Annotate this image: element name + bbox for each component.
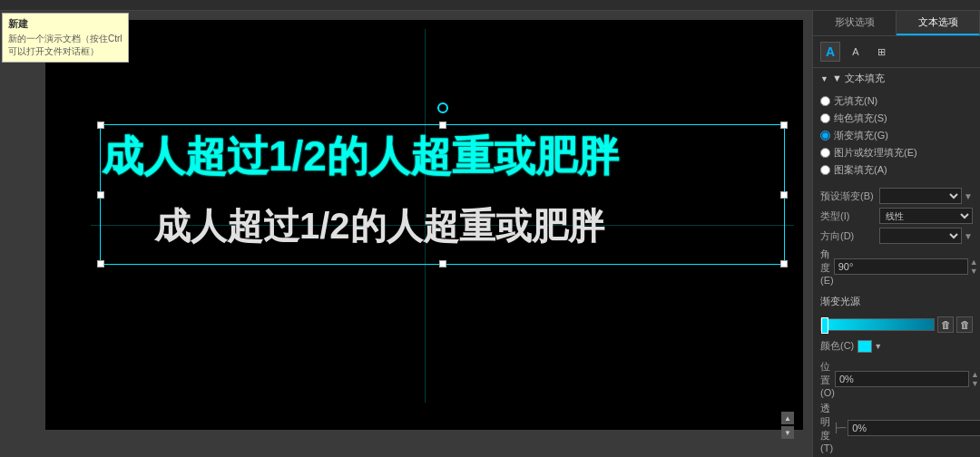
handle-bc[interactable] xyxy=(439,260,446,267)
gradient-fields: 位置(O) ▲ ▼ 透明度(T) ├─ ▲ ▼ 亮度(I) + xyxy=(813,355,980,457)
fill-arrow: ▼ xyxy=(820,74,828,83)
text-icon-frame[interactable]: ⊞ xyxy=(871,42,891,62)
handle-br[interactable] xyxy=(780,260,788,267)
canvas-text-line1: 成人超过1/2的人超重或肥胖 xyxy=(102,129,619,185)
color-row: 颜色(C) ▼ xyxy=(813,337,980,355)
gradient-label: 渐变光源 xyxy=(820,295,860,308)
radio-none: 无填充(N) xyxy=(820,92,973,110)
section-fill-label: ▼ 文本填充 xyxy=(832,72,885,85)
radio-pattern: 图案填充(A) xyxy=(820,161,973,179)
fields-section: 预设渐变(B) ▼ 类型(I) 线性 方向(D) ▼ 角度(E) ▲ xyxy=(813,182,980,291)
gradient-btn-add[interactable]: 🗑 xyxy=(937,316,954,333)
radio-solid: 纯色填充(S) xyxy=(820,110,973,127)
fill-gradient-label: 渐变填充(G) xyxy=(834,129,888,142)
field-type: 类型(I) 线性 xyxy=(820,206,973,226)
tooltip-title: 新建 xyxy=(8,17,122,31)
gradient-section-header: 渐变光源 xyxy=(813,291,980,312)
panel-tab-icons: A A ⊞ xyxy=(813,36,980,68)
gradient-btn-remove[interactable]: 🗑 xyxy=(956,316,973,333)
gradient-bar-wrapper: 🗑 🗑 xyxy=(820,316,973,334)
radio-gradient: 渐变填充(G) xyxy=(820,127,973,144)
scroll-down[interactable]: ▼ xyxy=(781,426,794,439)
preset-arrow: ▼ xyxy=(964,191,973,201)
direction-select[interactable] xyxy=(879,228,962,244)
fill-image-label: 图片或纹理填充(E) xyxy=(834,146,917,160)
panel-tabs: 形状选项 文本选项 xyxy=(813,11,980,36)
pos-down[interactable]: ▼ xyxy=(971,379,979,388)
section-fill-content: 无填充(N) 纯色填充(S) 渐变填充(G) 图片或纹理填充(E) 图案填充(A… xyxy=(813,89,980,182)
handle-tc[interactable] xyxy=(439,122,446,129)
fill-none-label: 无填充(N) xyxy=(834,94,877,108)
scroll-up[interactable]: ▲ xyxy=(781,412,794,424)
text-icon-a2[interactable]: A xyxy=(846,42,866,62)
main-layout: 新建 新的一个演示文档（按住Ctrl可以打开文件对话框） 成人超过1/2的人超 xyxy=(0,11,980,457)
angle-up[interactable]: ▲ xyxy=(970,258,978,267)
text-icon-a1[interactable]: A xyxy=(820,42,840,62)
tooltip-body: 新的一个演示文档（按住Ctrl可以打开文件对话框） xyxy=(8,33,122,58)
color-dropdown-arrow[interactable]: ▼ xyxy=(874,342,882,351)
tooltip-popup: 新建 新的一个演示文档（按住Ctrl可以打开文件对话框） xyxy=(2,13,129,63)
preset-label: 预设渐变(B) xyxy=(820,190,879,203)
scroll-arrows: ▲ ▼ xyxy=(781,412,794,439)
dir-arrow: ▼ xyxy=(964,231,973,241)
canvas-text-line2: 成人超过1/2的人超重或肥胖 xyxy=(154,201,604,251)
rotate-handle[interactable] xyxy=(437,102,448,113)
position-label: 位置(O) xyxy=(820,360,835,398)
angle-down[interactable]: ▼ xyxy=(970,267,978,276)
transparency-label: 透明度(T) xyxy=(820,402,833,453)
angle-input[interactable] xyxy=(834,258,968,275)
preset-select[interactable] xyxy=(879,188,962,204)
field-position: 位置(O) ▲ ▼ xyxy=(820,358,973,400)
section-fill-header[interactable]: ▼ ▼ 文本填充 xyxy=(813,68,980,89)
transparency-input[interactable] xyxy=(848,420,980,436)
tab-shape[interactable]: 形状选项 xyxy=(813,11,897,35)
handle-ml[interactable] xyxy=(97,191,104,199)
type-select[interactable]: 线性 xyxy=(879,208,973,224)
tab-text[interactable]: 文本选项 xyxy=(897,11,980,35)
type-label: 类型(I) xyxy=(820,209,879,223)
color-label: 颜色(C) xyxy=(820,339,854,353)
fill-pattern-label: 图案填充(A) xyxy=(834,163,887,177)
gradient-stop-left[interactable] xyxy=(821,317,828,334)
field-angle: 角度(E) ▲ ▼ xyxy=(820,246,973,287)
canvas-black: 成人超过1/2的人超重或肥胖 成人超过1/2的人超重或肥胖 xyxy=(45,20,803,430)
handle-tl[interactable] xyxy=(97,122,104,129)
color-swatch[interactable] xyxy=(858,340,872,353)
field-preset: 预设渐变(B) ▼ xyxy=(820,186,973,206)
angle-label: 角度(E) xyxy=(820,248,834,286)
direction-label: 方向(D) xyxy=(820,229,879,243)
handle-mr[interactable] xyxy=(780,191,788,199)
handle-bl[interactable] xyxy=(97,260,104,267)
fill-solid-label: 纯色填充(S) xyxy=(834,112,887,125)
field-transparency: 透明度(T) ├─ ▲ ▼ xyxy=(820,400,973,455)
gradient-bar[interactable] xyxy=(820,318,935,331)
radio-image: 图片或纹理填充(E) xyxy=(820,144,973,161)
handle-tr[interactable] xyxy=(780,122,788,129)
right-panel: 形状选项 文本选项 A A ⊞ ▼ ▼ 文本填充 无填充(N) 纯色填充(S) xyxy=(812,11,980,457)
canvas-area[interactable]: 新建 新的一个演示文档（按住Ctrl可以打开文件对话框） 成人超过1/2的人超 xyxy=(0,11,812,457)
pos-up[interactable]: ▲ xyxy=(971,370,979,379)
top-bar xyxy=(0,0,980,11)
gradient-bar-container: 🗑 🗑 xyxy=(813,312,980,337)
field-direction: 方向(D) ▼ xyxy=(820,226,973,246)
position-input[interactable] xyxy=(835,371,969,387)
